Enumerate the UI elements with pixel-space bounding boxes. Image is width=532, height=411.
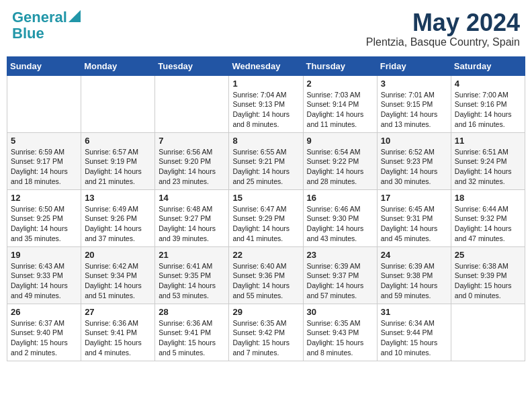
- day-number: 6: [85, 136, 151, 146]
- calendar-week-row: 1Sunrise: 7:04 AMSunset: 9:13 PMDaylight…: [7, 75, 525, 132]
- calendar-cell: 3Sunrise: 7:01 AMSunset: 9:15 PMDaylight…: [377, 75, 451, 132]
- cell-info: Sunrise: 6:48 AMSunset: 9:27 PMDaylight:…: [159, 204, 225, 244]
- day-number: 5: [11, 136, 77, 146]
- day-number: 23: [307, 250, 373, 260]
- cell-info: Sunrise: 6:50 AMSunset: 9:25 PMDaylight:…: [11, 204, 77, 244]
- cell-info: Sunrise: 6:41 AMSunset: 9:35 PMDaylight:…: [159, 261, 225, 301]
- calendar-cell: 16Sunrise: 6:46 AMSunset: 9:30 PMDayligh…: [303, 189, 377, 246]
- day-number: 21: [159, 250, 225, 260]
- calendar-cell: 19Sunrise: 6:43 AMSunset: 9:33 PMDayligh…: [7, 246, 81, 304]
- day-number: 10: [381, 136, 447, 146]
- day-number: 25: [455, 250, 521, 260]
- calendar-cell: 27Sunrise: 6:36 AMSunset: 9:41 PMDayligh…: [81, 304, 155, 361]
- cell-info: Sunrise: 6:39 AMSunset: 9:37 PMDaylight:…: [307, 261, 373, 301]
- calendar-cell: 26Sunrise: 6:37 AMSunset: 9:40 PMDayligh…: [7, 304, 81, 361]
- title-area: May 2024 Plentzia, Basque Country, Spain: [366, 9, 520, 48]
- day-number: 22: [232, 250, 299, 260]
- cell-info: Sunrise: 7:03 AMSunset: 9:14 PMDaylight:…: [307, 90, 373, 130]
- calendar-week-row: 12Sunrise: 6:50 AMSunset: 9:25 PMDayligh…: [7, 189, 525, 246]
- cell-info: Sunrise: 6:52 AMSunset: 9:23 PMDaylight:…: [381, 147, 447, 187]
- day-number: 28: [159, 307, 225, 317]
- calendar-cell: 11Sunrise: 6:51 AMSunset: 9:24 PMDayligh…: [451, 132, 525, 189]
- logo-icon: [69, 10, 81, 22]
- day-number: 26: [11, 307, 77, 317]
- day-number: 19: [11, 250, 77, 260]
- calendar-cell: [155, 75, 229, 132]
- day-number: 7: [159, 136, 225, 146]
- day-number: 16: [307, 193, 373, 203]
- calendar-cell: [81, 75, 155, 132]
- cell-info: Sunrise: 7:00 AMSunset: 9:16 PMDaylight:…: [455, 90, 521, 130]
- day-number: 11: [455, 136, 521, 146]
- calendar-week-row: 5Sunrise: 6:59 AMSunset: 9:17 PMDaylight…: [7, 132, 525, 189]
- calendar-header-row: SundayMondayTuesdayWednesdayThursdayFrid…: [7, 56, 525, 75]
- calendar-cell: 10Sunrise: 6:52 AMSunset: 9:23 PMDayligh…: [377, 132, 451, 189]
- header-saturday: Saturday: [451, 56, 525, 75]
- svg-marker-0: [69, 10, 81, 22]
- day-number: 8: [232, 136, 299, 146]
- calendar-cell: 31Sunrise: 6:34 AMSunset: 9:44 PMDayligh…: [377, 304, 451, 361]
- cell-info: Sunrise: 6:40 AMSunset: 9:36 PMDaylight:…: [232, 261, 299, 301]
- cell-info: Sunrise: 7:04 AMSunset: 9:13 PMDaylight:…: [232, 90, 299, 130]
- cell-info: Sunrise: 6:51 AMSunset: 9:24 PMDaylight:…: [455, 147, 521, 187]
- cell-info: Sunrise: 6:35 AMSunset: 9:42 PMDaylight:…: [232, 318, 299, 358]
- day-number: 9: [307, 136, 373, 146]
- day-number: 1: [232, 79, 299, 89]
- calendar-cell: 29Sunrise: 6:35 AMSunset: 9:42 PMDayligh…: [229, 304, 303, 361]
- cell-info: Sunrise: 6:38 AMSunset: 9:39 PMDaylight:…: [455, 261, 521, 301]
- calendar-week-row: 19Sunrise: 6:43 AMSunset: 9:33 PMDayligh…: [7, 246, 525, 304]
- cell-info: Sunrise: 7:01 AMSunset: 9:15 PMDaylight:…: [381, 90, 447, 130]
- day-number: 2: [307, 79, 373, 89]
- day-number: 14: [159, 193, 225, 203]
- day-number: 27: [85, 307, 151, 317]
- day-number: 3: [381, 79, 447, 89]
- cell-info: Sunrise: 6:57 AMSunset: 9:19 PMDaylight:…: [85, 147, 151, 187]
- cell-info: Sunrise: 6:35 AMSunset: 9:43 PMDaylight:…: [307, 318, 373, 358]
- calendar-cell: 30Sunrise: 6:35 AMSunset: 9:43 PMDayligh…: [303, 304, 377, 361]
- calendar-cell: 1Sunrise: 7:04 AMSunset: 9:13 PMDaylight…: [229, 75, 303, 132]
- calendar-cell: 5Sunrise: 6:59 AMSunset: 9:17 PMDaylight…: [7, 132, 81, 189]
- calendar-cell: 13Sunrise: 6:49 AMSunset: 9:26 PMDayligh…: [81, 189, 155, 246]
- cell-info: Sunrise: 6:39 AMSunset: 9:38 PMDaylight:…: [381, 261, 447, 301]
- cell-info: Sunrise: 6:46 AMSunset: 9:30 PMDaylight:…: [307, 204, 373, 244]
- cell-info: Sunrise: 6:44 AMSunset: 9:32 PMDaylight:…: [455, 204, 521, 244]
- day-number: 24: [381, 250, 447, 260]
- logo-text-blue: Blue: [12, 25, 44, 42]
- logo-text-general: General: [12, 9, 67, 26]
- header-tuesday: Tuesday: [155, 56, 229, 75]
- calendar-cell: 9Sunrise: 6:54 AMSunset: 9:22 PMDaylight…: [303, 132, 377, 189]
- header-wednesday: Wednesday: [229, 56, 303, 75]
- page-header: General Blue May 2024 Plentzia, Basque C…: [7, 7, 525, 51]
- calendar-cell: [451, 304, 525, 361]
- calendar-cell: 21Sunrise: 6:41 AMSunset: 9:35 PMDayligh…: [155, 246, 229, 304]
- cell-info: Sunrise: 6:36 AMSunset: 9:41 PMDaylight:…: [159, 318, 225, 358]
- day-number: 17: [381, 193, 447, 203]
- calendar-cell: 6Sunrise: 6:57 AMSunset: 9:19 PMDaylight…: [81, 132, 155, 189]
- cell-info: Sunrise: 6:43 AMSunset: 9:33 PMDaylight:…: [11, 261, 77, 301]
- location-title: Plentzia, Basque Country, Spain: [366, 36, 520, 48]
- calendar-cell: 17Sunrise: 6:45 AMSunset: 9:31 PMDayligh…: [377, 189, 451, 246]
- calendar-cell: 8Sunrise: 6:55 AMSunset: 9:21 PMDaylight…: [229, 132, 303, 189]
- cell-info: Sunrise: 6:47 AMSunset: 9:29 PMDaylight:…: [232, 204, 299, 244]
- calendar-cell: 18Sunrise: 6:44 AMSunset: 9:32 PMDayligh…: [451, 189, 525, 246]
- calendar-table: SundayMondayTuesdayWednesdayThursdayFrid…: [7, 56, 525, 361]
- calendar-cell: 24Sunrise: 6:39 AMSunset: 9:38 PMDayligh…: [377, 246, 451, 304]
- header-monday: Monday: [81, 56, 155, 75]
- day-number: 18: [455, 193, 521, 203]
- calendar-week-row: 26Sunrise: 6:37 AMSunset: 9:40 PMDayligh…: [7, 304, 525, 361]
- day-number: 31: [381, 307, 447, 317]
- day-number: 4: [455, 79, 521, 89]
- cell-info: Sunrise: 6:42 AMSunset: 9:34 PMDaylight:…: [85, 261, 151, 301]
- cell-info: Sunrise: 6:59 AMSunset: 9:17 PMDaylight:…: [11, 147, 77, 187]
- cell-info: Sunrise: 6:45 AMSunset: 9:31 PMDaylight:…: [381, 204, 447, 244]
- calendar-cell: 22Sunrise: 6:40 AMSunset: 9:36 PMDayligh…: [229, 246, 303, 304]
- calendar-cell: 28Sunrise: 6:36 AMSunset: 9:41 PMDayligh…: [155, 304, 229, 361]
- header-sunday: Sunday: [7, 56, 81, 75]
- header-friday: Friday: [377, 56, 451, 75]
- day-number: 13: [85, 193, 151, 203]
- calendar-cell: 12Sunrise: 6:50 AMSunset: 9:25 PMDayligh…: [7, 189, 81, 246]
- logo: General Blue: [12, 9, 81, 42]
- cell-info: Sunrise: 6:55 AMSunset: 9:21 PMDaylight:…: [232, 147, 299, 187]
- calendar-cell: 14Sunrise: 6:48 AMSunset: 9:27 PMDayligh…: [155, 189, 229, 246]
- calendar-cell: 4Sunrise: 7:00 AMSunset: 9:16 PMDaylight…: [451, 75, 525, 132]
